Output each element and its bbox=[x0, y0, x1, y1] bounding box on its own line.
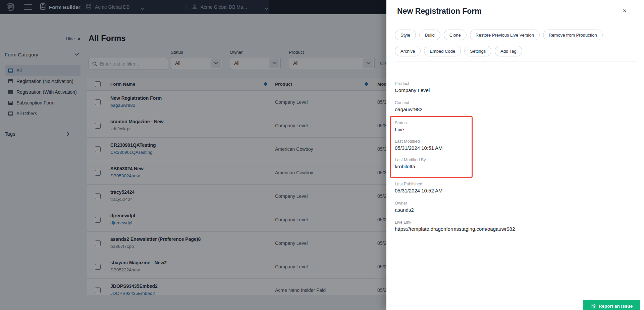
field-label: Last Modified By bbox=[395, 158, 472, 162]
field-owner: Owner asands2 bbox=[395, 201, 539, 213]
close-icon[interactable]: × bbox=[623, 7, 627, 14]
modal-backdrop bbox=[0, 0, 386, 310]
field-label: Live Link bbox=[395, 220, 539, 225]
bug-icon bbox=[590, 303, 596, 309]
drawer-actions-row-2: Archive Embed Code Settings Add Tag bbox=[395, 46, 522, 56]
drawer-action-remove-from-production-button[interactable]: Remove from Production bbox=[543, 30, 603, 40]
field-value: 05/31/2024 10:51 AM bbox=[395, 145, 472, 151]
highlight-red-box: Status Live Last Modified 05/31/2024 10:… bbox=[390, 116, 473, 178]
field-label: Owner bbox=[395, 201, 539, 206]
field-context: Context oagauwr982 bbox=[395, 100, 539, 112]
drawer-action-clone-button[interactable]: Clone bbox=[444, 30, 467, 40]
field-label: Last Modified bbox=[395, 139, 472, 144]
field-value: 05/31/2024 10:52 AM bbox=[395, 188, 539, 193]
drawer-action-style-button[interactable]: Style bbox=[395, 30, 416, 40]
field-value: Company Level bbox=[395, 87, 539, 93]
drawer-action-add-tag-button[interactable]: Add Tag bbox=[495, 46, 522, 56]
report-an-issue-button[interactable]: Report an Issue bbox=[583, 300, 640, 310]
drawer-action-archive-button[interactable]: Archive bbox=[395, 46, 421, 56]
drawer-action-build-button[interactable]: Build bbox=[419, 30, 440, 40]
field-value: krobilotta bbox=[395, 164, 472, 169]
field-last-modified-by: Last Modified By krobilotta bbox=[395, 158, 472, 169]
field-last-modified: Last Modified 05/31/2024 10:51 AM bbox=[395, 139, 472, 151]
field-label: Last Published bbox=[395, 182, 539, 186]
report-an-issue-label: Report an Issue bbox=[599, 304, 633, 309]
field-label: Context bbox=[395, 100, 539, 105]
field-value: oagauwr982 bbox=[395, 106, 539, 112]
drawer-action-restore-previous-live-version-button[interactable]: Restore Previous Live Version bbox=[470, 30, 540, 40]
divider bbox=[395, 61, 637, 61]
drawer-action-settings-button[interactable]: Settings bbox=[464, 46, 491, 56]
drawer-title: New Registration Form bbox=[397, 7, 482, 16]
fields-top: Product Company Level Context oagauwr982 bbox=[395, 81, 539, 112]
drawer-actions-row-1: Style Build Clone Restore Previous Live … bbox=[395, 30, 603, 40]
drawer-fields: Product Company Level Context oagauwr982… bbox=[395, 81, 539, 239]
field-value: asands2 bbox=[395, 207, 539, 213]
field-value: https://template.dragonformsstaging.com/… bbox=[395, 226, 539, 232]
field-live-link: Live Link https://template.dragonformsst… bbox=[395, 220, 539, 232]
field-label: Status bbox=[395, 121, 472, 125]
field-value: Live bbox=[395, 127, 472, 132]
field-label: Product bbox=[395, 81, 539, 86]
drawer-action-embed-code-button[interactable]: Embed Code bbox=[424, 46, 461, 56]
field-product: Product Company Level bbox=[395, 81, 539, 93]
field-status: Status Live bbox=[395, 121, 472, 132]
form-details-drawer: New Registration Form × Style Build Clon… bbox=[386, 0, 644, 310]
fields-bottom: Last Published 05/31/2024 10:52 AM Owner… bbox=[395, 182, 539, 232]
field-last-published: Last Published 05/31/2024 10:52 AM bbox=[395, 182, 539, 193]
